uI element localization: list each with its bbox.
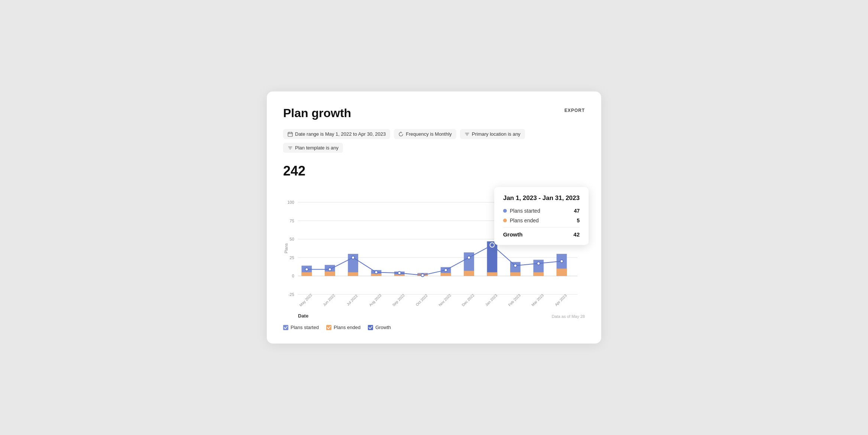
x-axis-label: Date [298,313,308,319]
chart-tooltip: Jan 1, 2023 - Jan 31, 2023 Plans started… [494,187,589,245]
tooltip-label-ended: Plans ended [510,218,539,223]
x-label-7: Dec 2022 [461,293,475,307]
legend-item-started: Plans started [283,325,319,330]
growth-dot-11 [560,260,563,263]
bar-ended-0 [302,272,312,276]
x-label-5: Oct 2022 [415,293,428,307]
tooltip-dot-ended [503,219,507,222]
bar-ended-6 [441,273,451,276]
growth-dot-6 [444,268,447,271]
chart-legend: Plans started Plans ended Growth [283,325,585,330]
filter-location-label: Primary location is any [472,131,521,137]
y-axis-label: Plans [284,243,288,254]
tooltip-dot-started [503,209,507,213]
svg-rect-10 [283,325,288,330]
tooltip-divider [503,227,580,228]
filter-icon [464,132,470,137]
calendar-icon [288,132,293,137]
bar-ended-8 [487,272,498,276]
growth-dot-5 [421,274,424,277]
x-label-6: Nov 2022 [438,293,452,307]
tooltip-value-started: 47 [574,208,580,214]
legend-box-started [283,325,288,330]
x-label-3: Aug 2022 [368,293,382,307]
x-label-9: Feb 2023 [508,293,522,307]
tooltip-growth-value: 42 [573,231,580,238]
filter-frequency[interactable]: Frequency is Monthly [394,129,456,139]
legend-item-ended: Plans ended [326,325,360,330]
bar-ended-7 [464,271,474,276]
export-button[interactable]: EXPORT [564,106,585,115]
tooltip-row-growth: Growth 42 [503,231,580,238]
svg-rect-0 [288,132,292,136]
growth-dot-7 [467,256,470,259]
refresh-icon [398,132,404,137]
y-label-75: 75 [290,219,294,223]
growth-dot-0 [305,268,308,271]
legend-label-started: Plans started [291,325,319,330]
legend-check-growth [368,325,373,330]
bar-ended-11 [557,268,567,276]
x-label-1: Jun 2022 [322,293,336,307]
plan-growth-card: Plan growth EXPORT Date range is May 1, … [267,91,601,344]
growth-dot-4 [398,271,401,274]
x-label-11: Apr 2023 [554,293,568,307]
y-label-neg25: -25 [288,292,294,297]
tooltip-date: Jan 1, 2023 - Jan 31, 2023 [503,194,580,202]
tooltip-label-started: Plans started [510,208,540,214]
filter-plan-template[interactable]: Plan template is any [283,143,343,153]
x-label-4: Sep 2022 [392,293,406,307]
growth-dot-8-active [490,243,495,247]
svg-rect-12 [368,325,373,330]
legend-label-ended: Plans ended [334,325,360,330]
svg-rect-11 [326,325,331,330]
bar-ended-9 [510,272,521,276]
filter-location[interactable]: Primary location is any [460,129,525,139]
y-label-50: 50 [290,237,294,241]
page-title: Plan growth [283,106,351,120]
tooltip-row-started: Plans started 47 [503,208,580,214]
bar-ended-10 [533,272,544,276]
x-label-10: Mar 2023 [531,293,545,307]
growth-dot-3 [375,271,378,274]
total-number: 242 [283,163,585,179]
filter-icon-2 [288,145,293,151]
y-label-100: 100 [288,200,294,204]
legend-item-growth: Growth [368,325,391,330]
x-label-8: Jan 2023 [485,293,498,307]
growth-dot-10 [537,262,540,265]
chart-container: 100 75 50 25 0 -25 Plans [283,183,585,311]
tooltip-growth-label: Growth [503,231,523,238]
tooltip-row-ended: Plans ended 5 [503,218,580,223]
card-header: Plan growth EXPORT [283,106,585,120]
growth-line [307,245,561,275]
legend-box-growth [368,325,373,330]
y-label-25: 25 [290,255,294,260]
filter-frequency-label: Frequency is Monthly [406,131,452,137]
filter-bar: Date range is May 1, 2022 to Apr 30, 202… [283,129,585,153]
bar-ended-1 [325,271,335,276]
bar-ended-2 [348,272,358,276]
y-label-0: 0 [292,274,294,278]
x-label-2: Jul 2022 [346,294,359,306]
tooltip-value-ended: 5 [577,218,580,223]
growth-dot-9 [514,264,517,267]
legend-check-started [283,325,288,330]
filter-date-range-label: Date range is May 1, 2022 to Apr 30, 202… [295,131,386,137]
data-as-of: Data as of May 28 [552,314,585,319]
filter-date-range[interactable]: Date range is May 1, 2022 to Apr 30, 202… [283,129,390,139]
legend-check-ended [326,325,331,330]
legend-label-growth: Growth [375,325,391,330]
filter-plan-template-label: Plan template is any [295,145,339,151]
growth-dot-2 [352,256,354,259]
growth-dot-1 [328,268,331,271]
chart-area: 100 75 50 25 0 -25 Plans [283,183,585,319]
x-label-0: May 2022 [299,293,313,307]
legend-box-ended [326,325,331,330]
